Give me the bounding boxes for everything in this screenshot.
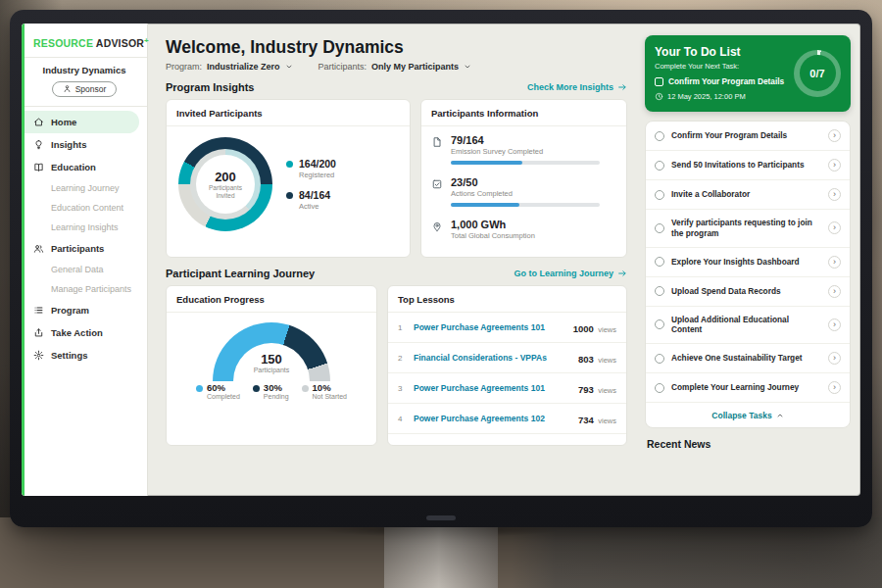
task-checkbox[interactable]	[655, 223, 664, 233]
collapse-tasks-link[interactable]: Collapse Tasks	[646, 403, 850, 427]
lesson-views: 600 views	[578, 440, 616, 446]
sponsor-label: Sponsor	[75, 84, 107, 94]
task-row[interactable]: Send 50 Invitations to Participants ›	[646, 151, 850, 180]
section-title: Participant Learning Journey	[166, 268, 315, 279]
chevron-right-icon[interactable]: ›	[828, 129, 841, 142]
chevron-right-icon[interactable]: ›	[828, 352, 841, 365]
lightbulb-icon	[33, 139, 44, 150]
task-checkbox[interactable]	[655, 131, 664, 141]
todo-title: Your To Do List	[655, 45, 788, 59]
lesson-row: 1 Power Purchase Agreements 101 1000 vie…	[388, 313, 626, 343]
task-row[interactable]: Upload Additional Educational Content ›	[646, 307, 850, 345]
lesson-rank: 4	[398, 415, 406, 423]
list-icon	[33, 305, 44, 316]
lesson-link[interactable]: Power Purchase Agreements 102	[414, 414, 570, 423]
arrow-right-icon	[617, 269, 627, 278]
lesson-row: 2 Financial Considerations - VPPAs 803 v…	[388, 343, 626, 373]
task-label: Upload Additional Educational Content	[671, 315, 821, 336]
task-row[interactable]: Confirm Your Program Details ›	[646, 122, 850, 151]
chevron-right-icon[interactable]: ›	[828, 285, 841, 298]
lesson-views: 1000 views	[573, 318, 616, 336]
chevron-right-icon[interactable]: ›	[828, 381, 841, 394]
legend-item: 30% Pending	[253, 382, 289, 400]
next-task: Confirm Your Program Details	[655, 76, 788, 86]
lesson-link[interactable]: Power Purchase Agreements 101	[414, 322, 565, 332]
divider	[22, 57, 147, 58]
page-title: Welcome, Industry Dynamics	[166, 37, 627, 58]
participants-filter[interactable]: Participants: Only My Participants	[318, 62, 472, 72]
task-checkbox[interactable]	[655, 319, 664, 329]
monitor: RESOURCE ADVISOR+ Industry Dynamics Spon…	[10, 10, 872, 527]
card-title: Invited Participants	[167, 100, 410, 126]
sidebar-item-education-content[interactable]: Education Content	[22, 198, 147, 218]
task-label: Verify participants requesting to join t…	[671, 218, 821, 239]
program-filter[interactable]: Program: Industrialize Zero	[166, 62, 293, 72]
legend-label: Pending	[264, 393, 289, 400]
donut-center-value: 200	[215, 170, 236, 184]
sidebar-item-home[interactable]: Home	[22, 111, 139, 133]
sidebar-item-label: Manage Participants	[51, 284, 131, 294]
lesson-row: 3 Power Purchase Agreements 101 793 view…	[388, 373, 626, 404]
lesson-link[interactable]: Financial Considerations - VPPAs	[414, 353, 570, 363]
legend-dot	[196, 385, 203, 392]
gauge-center: 150 Participants	[254, 352, 290, 373]
stat-row: 23/50 Actions Completed	[421, 169, 626, 211]
sidebar-item-learning-insights[interactable]: Learning Insights	[22, 218, 147, 237]
check-more-insights-link[interactable]: Check More Insights	[527, 82, 627, 92]
sidebar-item-learning-journey[interactable]: Learning Journey	[22, 178, 147, 198]
chevron-right-icon[interactable]: ›	[828, 159, 841, 172]
sidebar-item-insights[interactable]: Insights	[22, 133, 147, 156]
sidebar-item-participants[interactable]: Participants	[22, 237, 147, 260]
sidebar-item-label: Learning Journey	[51, 183, 120, 193]
screen: RESOURCE ADVISOR+ Industry Dynamics Spon…	[22, 24, 860, 496]
card-title: Education Progress	[167, 286, 376, 313]
task-checkbox[interactable]	[655, 354, 664, 364]
divider	[22, 106, 147, 107]
link-label: Check More Insights	[527, 82, 613, 92]
stat-row: 79/164 Emission Survey Completed	[421, 126, 626, 169]
progress-fill	[451, 203, 519, 207]
sidebar-item-manage-participants[interactable]: Manage Participants	[22, 279, 147, 299]
chevron-right-icon[interactable]: ›	[828, 221, 841, 234]
legend-label: Registered	[299, 171, 336, 179]
lesson-rank: 5	[398, 445, 406, 447]
sidebar-item-general-data[interactable]: General Data	[22, 260, 147, 279]
chevron-right-icon[interactable]: ›	[828, 256, 841, 269]
sidebar-item-program[interactable]: Program	[22, 299, 147, 321]
sidebar-item-settings[interactable]: Settings	[22, 344, 147, 367]
filter-value: Only My Participants	[371, 62, 459, 72]
tasks-list-card: Confirm Your Program Details › Send 50 I…	[645, 121, 851, 428]
task-row[interactable]: Explore Your Insights Dashboard ›	[646, 248, 850, 277]
sidebar-item-education[interactable]: Education	[22, 156, 147, 178]
task-row[interactable]: Verify participants requesting to join t…	[646, 210, 850, 248]
legend-label: Not Started	[313, 393, 347, 400]
go-to-learning-journey-link[interactable]: Go to Learning Journey	[514, 269, 627, 278]
sponsor-badge[interactable]: Sponsor	[52, 81, 118, 97]
card-title: Participants Information	[421, 100, 626, 126]
task-checkbox[interactable]	[655, 77, 663, 86]
task-checkbox[interactable]	[655, 161, 664, 171]
brand-primary: RESOURCE	[33, 37, 93, 49]
task-row[interactable]: Complete Your Learning Journey ›	[646, 373, 850, 403]
chevron-right-icon[interactable]: ›	[828, 318, 841, 331]
chevron-right-icon[interactable]: ›	[828, 188, 841, 201]
sidebar-item-label: Take Action	[51, 327, 103, 338]
task-checkbox[interactable]	[655, 286, 664, 296]
legend-label: Active	[299, 202, 330, 211]
task-checkbox[interactable]	[655, 383, 664, 393]
insights-cards: Invited Participants 200 Participants In…	[166, 99, 627, 258]
lesson-link[interactable]: Power Purchase Agreements 103	[414, 444, 570, 446]
task-checkbox[interactable]	[655, 257, 664, 267]
lesson-row: 4 Power Purchase Agreements 102 734 view…	[388, 404, 626, 434]
sidebar-item-take-action[interactable]: Take Action	[22, 321, 147, 344]
task-row[interactable]: Upload Spend Data Records ›	[646, 277, 850, 307]
lesson-rank: 3	[398, 384, 406, 393]
task-row[interactable]: Invite a Collaborator ›	[646, 180, 850, 210]
lesson-link[interactable]: Power Purchase Agreements 101	[414, 383, 570, 393]
filter-label: Program:	[166, 62, 202, 72]
section-title: Program Insights	[166, 81, 254, 93]
task-label: Send 50 Invitations to Participants	[671, 160, 821, 171]
task-checkbox[interactable]	[655, 190, 664, 200]
lesson-rank: 1	[398, 323, 406, 332]
task-row[interactable]: Achieve One Sustainability Target ›	[646, 344, 850, 373]
